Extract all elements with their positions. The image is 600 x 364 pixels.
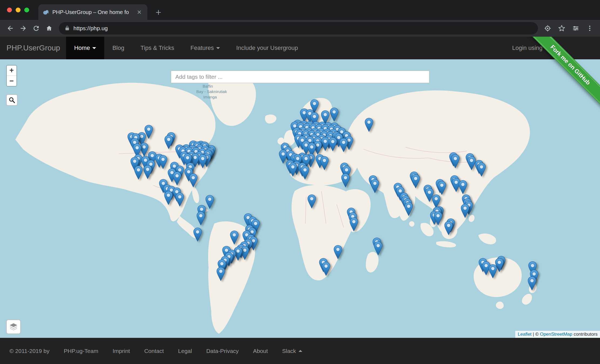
- map-marker[interactable]: [371, 179, 379, 193]
- search-icon: [8, 97, 15, 104]
- footer-slack-dropdown[interactable]: Slack: [282, 348, 302, 354]
- leaflet-map[interactable]: BaffinBay - SaknirutiakImanga + − Leafle…: [0, 59, 600, 338]
- footer-link-imprint[interactable]: Imprint: [113, 348, 130, 354]
- map-marker[interactable]: [339, 138, 348, 152]
- map-marker[interactable]: [289, 163, 297, 177]
- brand-logo[interactable]: PHP.UserGroup: [0, 44, 60, 52]
- map-marker[interactable]: [189, 173, 198, 187]
- layers-control[interactable]: [6, 320, 21, 334]
- map-marker[interactable]: [444, 221, 453, 235]
- address-bar[interactable]: https://php.ug: [59, 22, 538, 35]
- map-marker[interactable]: [164, 135, 173, 149]
- location-target-icon: [544, 25, 551, 32]
- map-marker[interactable]: [467, 156, 476, 170]
- slack-label: Slack: [282, 348, 296, 354]
- tab-close-icon[interactable]: [135, 8, 143, 16]
- map-marker[interactable]: [320, 156, 329, 170]
- map-marker[interactable]: [159, 155, 167, 169]
- footer-link-contact[interactable]: Contact: [144, 348, 164, 354]
- browser-menu-button[interactable]: [583, 22, 596, 35]
- nav-item-blog[interactable]: Blog: [104, 37, 132, 59]
- nav-item-include-your-usergroup[interactable]: Include your Usergroup: [228, 37, 306, 59]
- map-marker[interactable]: [365, 118, 373, 132]
- forward-button[interactable]: [17, 22, 30, 35]
- map-marker[interactable]: [196, 211, 205, 225]
- chevron-up-icon: [299, 350, 302, 352]
- map-marker[interactable]: [341, 173, 350, 187]
- bookmark-button[interactable]: [555, 22, 568, 35]
- nav-item-features[interactable]: Features: [182, 37, 228, 59]
- footer-link-data-privacy[interactable]: Data-Privacy: [206, 348, 239, 354]
- map-marker[interactable]: [328, 137, 337, 151]
- extension-button[interactable]: [569, 22, 582, 35]
- close-window-button[interactable]: [7, 8, 12, 12]
- openstreetmap-link[interactable]: OpenStreetMap: [540, 332, 572, 337]
- login-using-label: Login using: [512, 44, 543, 51]
- map-marker[interactable]: [143, 165, 152, 179]
- footer-link-legal[interactable]: Legal: [178, 348, 192, 354]
- fullscreen-window-button[interactable]: [24, 8, 29, 12]
- back-button[interactable]: [4, 22, 17, 35]
- lock-icon: [64, 25, 70, 31]
- map-marker[interactable]: [134, 166, 143, 180]
- window-controls: [7, 8, 29, 12]
- map-search-button[interactable]: [6, 94, 18, 106]
- map-marker[interactable]: [173, 171, 181, 186]
- map-marker[interactable]: [350, 217, 358, 231]
- map-marker[interactable]: [198, 154, 207, 168]
- map-marker[interactable]: [461, 204, 469, 218]
- footer-link-php-ug-team[interactable]: PHP.ug-Team: [64, 348, 98, 354]
- attribution-separator: | ©: [531, 332, 540, 337]
- star-icon: [558, 25, 565, 32]
- map-marker[interactable]: [404, 202, 413, 216]
- map-marker[interactable]: [459, 180, 467, 194]
- map-marker[interactable]: [230, 231, 239, 245]
- browser-toolbar: https://php.ug: [0, 20, 600, 37]
- sea-label: Bay - Saknirutiak: [196, 89, 227, 94]
- map-marker[interactable]: [411, 174, 420, 188]
- leaflet-link[interactable]: Leaflet: [518, 332, 531, 337]
- zoom-out-button[interactable]: −: [7, 76, 16, 86]
- location-button[interactable]: [541, 22, 554, 35]
- map-marker[interactable]: [438, 181, 446, 195]
- nav-item-label: Features: [191, 44, 214, 51]
- map-marker[interactable]: [434, 211, 442, 225]
- map-marker[interactable]: [307, 194, 316, 208]
- map-marker[interactable]: [301, 166, 309, 180]
- map-marker[interactable]: [477, 163, 486, 177]
- map-marker[interactable]: [193, 228, 202, 242]
- map-marker[interactable]: [205, 195, 214, 209]
- browser-titlebar: PHP-UserGroup – One home fo: [0, 0, 600, 20]
- map-marker[interactable]: [334, 245, 342, 259]
- map-marker[interactable]: [489, 264, 497, 278]
- zoom-control: + −: [6, 65, 17, 87]
- nav-item-tips-tricks[interactable]: Tips & Tricks: [132, 37, 182, 59]
- map-marker[interactable]: [164, 191, 173, 205]
- browser-window: PHP-UserGroup – One home fo https://php.…: [0, 0, 600, 364]
- map-marker[interactable]: [175, 193, 184, 207]
- reload-button[interactable]: [30, 22, 43, 35]
- zoom-in-button[interactable]: +: [7, 66, 16, 76]
- toolbar-right-icons: [541, 22, 596, 35]
- tag-filter-input[interactable]: [171, 71, 429, 83]
- map-marker[interactable]: [216, 267, 225, 281]
- map-marker[interactable]: [528, 276, 536, 290]
- new-tab-button[interactable]: [154, 8, 163, 17]
- sea-label: Imanga: [203, 94, 217, 99]
- minimize-window-button[interactable]: [16, 8, 21, 12]
- map-marker[interactable]: [451, 154, 460, 168]
- map-marker[interactable]: [374, 241, 382, 255]
- footer-link-about[interactable]: About: [253, 348, 268, 354]
- map-marker[interactable]: [321, 137, 330, 151]
- url-text: https://php.ug: [73, 25, 108, 32]
- map-attribution: Leaflet | © OpenStreetMap contributors: [515, 331, 600, 338]
- tab-title: PHP-UserGroup – One home fo: [52, 9, 132, 15]
- back-arrow-icon: [6, 25, 14, 32]
- login-using-dropdown[interactable]: Login using: [512, 44, 549, 51]
- nav-menu: HomeBlogTips & TricksFeaturesInclude you…: [66, 37, 306, 59]
- home-button[interactable]: [43, 22, 56, 35]
- map-marker[interactable]: [330, 108, 338, 122]
- browser-tab[interactable]: PHP-UserGroup – One home fo: [38, 4, 147, 20]
- nav-item-home[interactable]: Home: [66, 37, 104, 59]
- map-marker[interactable]: [322, 262, 330, 276]
